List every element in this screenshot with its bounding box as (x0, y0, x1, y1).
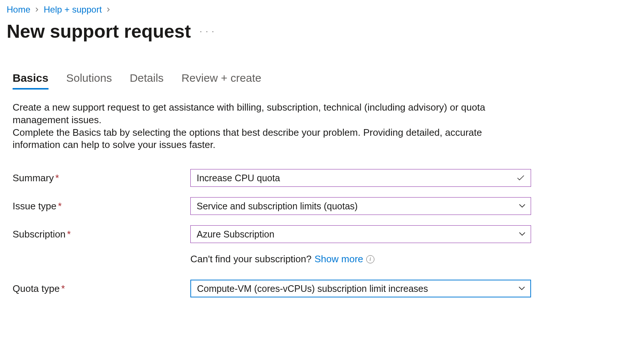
summary-label-text: Summary (13, 172, 54, 183)
required-asterisk: * (55, 172, 59, 183)
required-asterisk: * (61, 283, 65, 294)
tab-details[interactable]: Details (130, 72, 164, 90)
quota-type-select[interactable]: Compute-VM (cores-vCPUs) subscription li… (190, 280, 531, 297)
form-row-subscription: Subscription* Azure Subscription (13, 225, 627, 243)
chevron-right-icon (35, 6, 39, 14)
description-line-1: Create a new support request to get assi… (13, 101, 531, 127)
quota-type-label: Quota type* (13, 283, 190, 294)
show-more-link[interactable]: Show more (314, 253, 363, 265)
summary-input[interactable]: Increase CPU quota (190, 169, 531, 187)
description-line-2: Complete the Basics tab by selecting the… (13, 127, 531, 152)
chevron-down-icon (518, 285, 525, 292)
issue-type-label-text: Issue type (13, 200, 57, 212)
form-description: Create a new support request to get assi… (13, 101, 531, 151)
breadcrumb: Home Help + support (7, 4, 627, 15)
subscription-helper: Can't find your subscription? Show more … (190, 253, 627, 265)
chevron-down-icon (519, 231, 525, 237)
subscription-label: Subscription* (13, 229, 190, 240)
chevron-right-icon (106, 6, 111, 14)
page-title-row: New support request · · · (7, 21, 627, 42)
subscription-value: Azure Subscription (197, 229, 274, 240)
subscription-label-text: Subscription (13, 229, 66, 240)
required-asterisk: * (58, 200, 62, 212)
tab-review-create[interactable]: Review + create (181, 72, 261, 90)
quota-type-label-text: Quota type (13, 283, 60, 294)
issue-type-value: Service and subscription limits (quotas) (197, 201, 358, 212)
issue-type-select[interactable]: Service and subscription limits (quotas) (190, 197, 531, 215)
breadcrumb-home[interactable]: Home (7, 4, 30, 15)
tab-basics[interactable]: Basics (13, 72, 49, 90)
tab-solutions[interactable]: Solutions (66, 72, 112, 90)
breadcrumb-help-support[interactable]: Help + support (44, 4, 102, 15)
info-icon[interactable]: i (366, 255, 374, 263)
page-title: New support request (7, 21, 191, 42)
summary-value: Increase CPU quota (197, 173, 280, 183)
chevron-down-icon (519, 203, 525, 209)
more-options-icon[interactable]: · · · (200, 27, 215, 36)
issue-type-label: Issue type* (13, 200, 190, 212)
form-row-quota-type: Quota type* Compute-VM (cores-vCPUs) sub… (13, 280, 627, 297)
helper-prefix: Can't find your subscription? (190, 253, 311, 265)
subscription-select[interactable]: Azure Subscription (190, 225, 531, 243)
tabs: Basics Solutions Details Review + create (13, 72, 627, 90)
form-row-summary: Summary* Increase CPU quota (13, 169, 627, 187)
summary-label: Summary* (13, 172, 190, 184)
check-icon (516, 173, 525, 183)
quota-type-value: Compute-VM (cores-vCPUs) subscription li… (197, 283, 428, 294)
required-asterisk: * (67, 229, 71, 240)
form-row-issue-type: Issue type* Service and subscription lim… (13, 197, 627, 215)
